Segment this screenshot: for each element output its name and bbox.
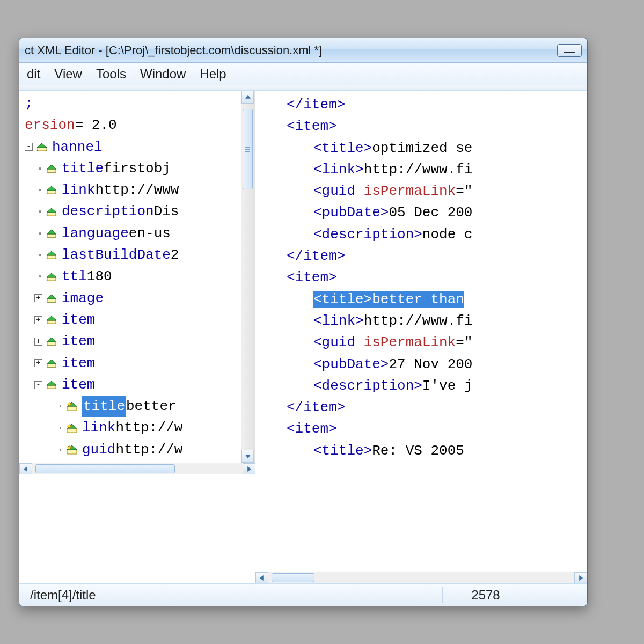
- tree-item-name: language: [62, 223, 129, 244]
- svg-point-41: [68, 425, 71, 428]
- tree-item[interactable]: · guid http://w: [25, 439, 241, 460]
- code-line[interactable]: </item>: [265, 245, 587, 267]
- svg-rect-22: [47, 299, 56, 302]
- code-line[interactable]: <title>optimized se: [265, 137, 587, 159]
- expand-toggle-icon[interactable]: -: [25, 143, 33, 151]
- tree-content[interactable]: ;ersion = 2.0- hannel· title firstobj· l…: [19, 91, 241, 463]
- leaf-bullet-icon: ·: [34, 158, 46, 179]
- menu-bar: dit View Tools Window Help: [19, 63, 587, 85]
- tree-item[interactable]: + image: [25, 288, 241, 309]
- code-horizontal-scrollbar[interactable]: [255, 572, 587, 583]
- status-position: 2578: [443, 584, 529, 606]
- code-line[interactable]: <guid isPermaLink=": [265, 180, 587, 202]
- tree-item-name: item: [62, 309, 95, 331]
- leaf-bullet-icon: ·: [55, 396, 66, 417]
- svg-rect-7: [47, 191, 56, 194]
- leaf-bullet-icon: ·: [34, 223, 46, 244]
- code-line[interactable]: <pubDate>05 Dec 200: [265, 202, 587, 223]
- tree-item-name: ersion: [25, 114, 75, 136]
- expand-toggle-icon[interactable]: +: [34, 294, 42, 302]
- tree-item[interactable]: ;: [25, 93, 241, 114]
- code-line[interactable]: <item>: [265, 115, 587, 137]
- tree-item[interactable]: - hannel: [25, 136, 241, 158]
- leaf-bullet-icon: ·: [55, 417, 66, 438]
- tree-vertical-scrollbar[interactable]: [241, 91, 254, 463]
- menu-view[interactable]: View: [54, 67, 82, 82]
- status-xpath: /item[4]/title: [24, 584, 103, 606]
- code-line[interactable]: <description>node c: [265, 224, 587, 245]
- tree-item[interactable]: · link http://www: [25, 179, 241, 201]
- code-line[interactable]: <link>http://www.fi: [265, 310, 587, 332]
- tree-item-name: lastBuildDate: [62, 244, 171, 266]
- svg-marker-11: [47, 208, 56, 213]
- tree-item-value: http://w: [115, 417, 182, 438]
- scroll-track[interactable]: [241, 104, 254, 450]
- code-scroll-left-button[interactable]: [255, 572, 268, 583]
- menu-help[interactable]: Help: [200, 67, 226, 82]
- hscroll-track[interactable]: [32, 463, 243, 474]
- code-line[interactable]: <title>better than: [265, 289, 587, 310]
- scroll-thumb[interactable]: [243, 109, 253, 189]
- tree-item[interactable]: · language en-us: [25, 223, 241, 244]
- element-icon: [46, 164, 57, 173]
- svg-marker-8: [47, 186, 56, 191]
- code-hscroll-thumb[interactable]: [272, 573, 314, 582]
- code-line[interactable]: <item>: [265, 418, 587, 440]
- code-line[interactable]: <title>Re: VS 2005: [265, 440, 587, 462]
- svg-marker-32: [47, 360, 56, 364]
- svg-marker-2: [37, 143, 47, 148]
- expand-toggle-icon[interactable]: +: [34, 338, 42, 346]
- scroll-right-button[interactable]: [243, 463, 255, 474]
- svg-rect-10: [47, 213, 56, 216]
- code-hscroll-track[interactable]: [268, 572, 574, 583]
- scroll-down-button[interactable]: [241, 450, 254, 463]
- element-icon: [46, 250, 57, 260]
- scroll-left-button[interactable]: [19, 463, 32, 474]
- code-line[interactable]: <item>: [265, 267, 587, 288]
- menu-edit[interactable]: dit: [27, 67, 40, 82]
- tree-item[interactable]: · link http://w: [25, 417, 241, 438]
- svg-rect-19: [47, 277, 56, 281]
- tree-item-value: firstobj: [104, 158, 171, 179]
- tree-item[interactable]: · description Dis: [25, 201, 241, 222]
- svg-rect-4: [47, 169, 56, 172]
- svg-point-38: [68, 402, 71, 406]
- code-line[interactable]: </item>: [265, 94, 587, 115]
- code-line[interactable]: <description>I've j: [265, 375, 587, 397]
- code-line[interactable]: <link>http://www.fi: [265, 159, 587, 180]
- code-line[interactable]: <pubDate>27 Nov 200: [265, 354, 587, 375]
- tree-item[interactable]: · title better: [25, 396, 241, 417]
- code-line[interactable]: </item>: [265, 397, 587, 418]
- tree-pane[interactable]: ;ersion = 2.0- hannel· title firstobj· l…: [19, 91, 255, 463]
- code-scroll-right-button[interactable]: [574, 572, 587, 583]
- minimize-button[interactable]: [557, 44, 582, 57]
- code-pane[interactable]: </item><item><title>optimized se<link>ht…: [255, 91, 587, 583]
- tree-item[interactable]: · ttl 180: [25, 266, 241, 287]
- tree-item[interactable]: + item: [25, 331, 241, 352]
- scroll-up-button[interactable]: [241, 91, 254, 104]
- tree-item[interactable]: · title firstobj: [25, 158, 241, 179]
- svg-rect-13: [47, 234, 56, 237]
- expand-toggle-icon[interactable]: +: [34, 316, 42, 324]
- tree-item[interactable]: - item: [25, 374, 241, 396]
- svg-marker-35: [47, 381, 56, 385]
- element-icon: [46, 229, 57, 238]
- tree-item[interactable]: ersion = 2.0: [25, 114, 241, 136]
- expand-toggle-icon[interactable]: -: [34, 381, 42, 389]
- leaf-bullet-icon: ·: [34, 201, 46, 222]
- svg-marker-29: [47, 338, 56, 342]
- menu-tools[interactable]: Tools: [96, 67, 126, 82]
- code-content[interactable]: </item><item><title>optimized se<link>ht…: [255, 91, 587, 572]
- tree-horizontal-scrollbar[interactable]: [19, 463, 255, 474]
- menu-window[interactable]: Window: [140, 67, 186, 82]
- tree-item[interactable]: + item: [25, 309, 241, 331]
- code-line[interactable]: <guid isPermaLink=": [265, 332, 587, 353]
- tree-item-value: http://www: [95, 179, 179, 201]
- expand-toggle-icon[interactable]: +: [34, 359, 42, 367]
- tree-item[interactable]: + item: [25, 353, 241, 374]
- tree-item[interactable]: · lastBuildDate 2: [25, 244, 241, 266]
- tree-wrap: ;ersion = 2.0- hannel· title firstobj· l…: [19, 91, 255, 583]
- title-bar[interactable]: ct XML Editor - [C:\Proj\_firstobject.co…: [19, 38, 587, 63]
- hscroll-thumb[interactable]: [35, 464, 175, 473]
- tree-item-value: = 2.0: [75, 114, 117, 136]
